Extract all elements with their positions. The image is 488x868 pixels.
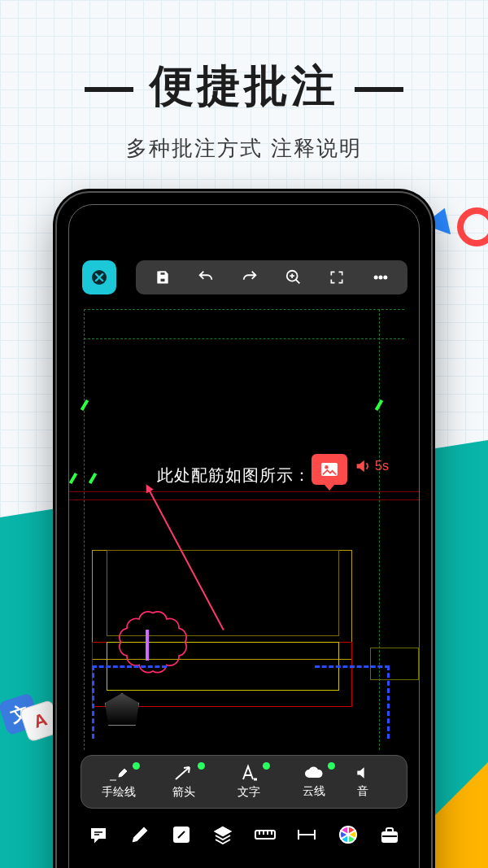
svg-point-8 [325,465,329,469]
svg-point-6 [384,276,386,278]
new-badge [198,762,205,770]
new-badge [263,762,270,770]
btn-draw[interactable] [126,821,154,848]
app-screen: 此处配筋如图所示： 5s [69,249,419,856]
more-button[interactable] [366,263,395,292]
btn-toolbox[interactable] [376,821,403,848]
tool-cloud[interactable]: 云线 [281,756,346,808]
pencil-icon [130,825,150,844]
layers-icon [213,825,233,844]
fullscreen-button[interactable] [322,263,351,292]
selection-handle-right[interactable] [315,665,390,739]
hero-title-text: 便捷批注 [150,61,338,110]
speaker-icon [354,765,372,781]
btn-comment[interactable] [85,821,112,848]
undo-icon [197,268,215,286]
undo-button[interactable] [191,263,220,292]
cad-guide-line [84,309,404,310]
annotation-audio[interactable]: 5s [354,457,389,475]
btn-edit[interactable] [168,821,195,848]
svg-rect-1 [159,272,165,275]
bottom-toolbar [69,813,419,856]
cad-guide-line [84,309,85,750]
tool-freehand[interactable]: 手绘线 [86,756,151,808]
phone-inner: 此处配筋如图所示： 5s [68,204,420,868]
pencil-line-icon [108,764,129,782]
tool-arrow[interactable]: 箭头 [151,756,216,808]
zoom-button[interactable] [279,263,308,292]
tool-label: 云线 [303,784,325,799]
text-caret [146,630,149,661]
arrow-icon [173,764,194,782]
btn-dimension[interactable] [293,821,320,848]
more-icon [373,269,389,286]
btn-measure[interactable] [251,821,279,848]
hero-title: 便捷批注 [0,57,488,116]
cad-guide-line [69,499,419,500]
color-wheel-icon [338,825,358,844]
text-icon [238,764,259,782]
redo-icon [241,268,259,286]
annotation-image-pin[interactable] [312,454,347,485]
cad-guide-line [69,491,419,492]
svg-point-4 [375,276,377,278]
tool-label: 手绘线 [102,785,136,800]
tool-text[interactable]: 文字 [216,756,281,808]
annotation-toolbar: 手绘线 箭头 文字 云线 [81,755,407,809]
edit-square-icon [172,825,191,844]
cad-tick [69,473,77,484]
image-icon [320,462,338,477]
new-badge [133,762,140,770]
zoom-icon [285,268,303,286]
phone-frame: 此处配筋如图所示： 5s [55,191,433,868]
hero: 便捷批注 多种批注方式 注释说明 [0,57,488,163]
cad-guide-line [84,338,404,339]
dash-right [355,87,403,92]
tool-label: 音 [357,784,368,799]
dash-left [85,87,133,92]
btn-layers[interactable] [209,821,237,848]
close-icon [91,269,107,286]
top-toolbar [136,260,407,294]
tool-audio[interactable]: 音 [346,756,379,808]
save-icon [155,269,171,286]
ruler-icon [255,828,276,841]
dimension-icon [296,828,317,841]
speaker-icon [354,457,372,475]
toolbox-icon [380,826,399,844]
btn-color[interactable] [334,821,362,848]
android-navbar [69,856,419,868]
comment-icon [89,825,108,844]
cad-tick [89,473,97,484]
tool-label: 箭头 [172,785,195,800]
cad-canvas[interactable]: 此处配筋如图所示： 5s [69,306,419,750]
new-badge [328,762,335,770]
svg-rect-2 [159,278,165,282]
cloud-icon [303,765,325,781]
audio-duration: 5s [375,459,389,473]
svg-point-5 [379,276,381,278]
close-button[interactable] [82,260,116,294]
cad-tick [81,399,89,411]
save-button[interactable] [148,263,177,292]
annotation-text[interactable]: 此处配筋如图所示： [157,465,311,486]
redo-button[interactable] [235,263,264,292]
tool-label: 文字 [237,785,260,800]
fullscreen-icon [329,269,345,286]
hero-subtitle: 多种批注方式 注释说明 [0,134,488,163]
